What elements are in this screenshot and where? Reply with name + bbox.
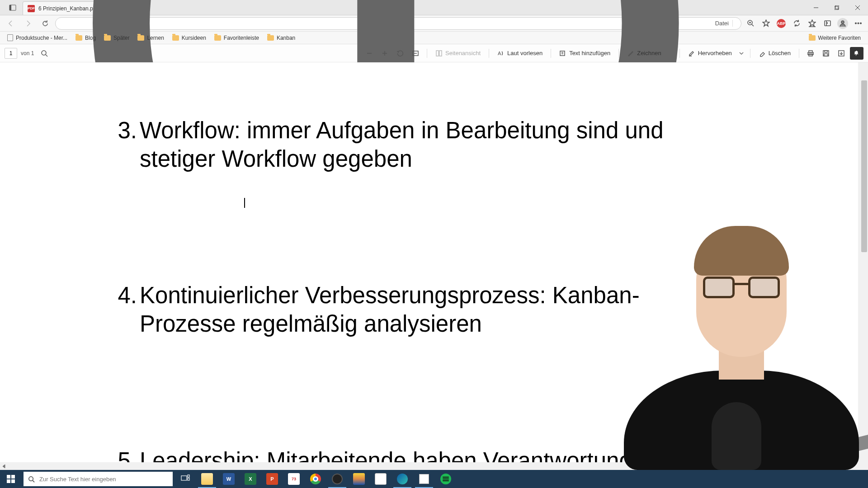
taskbar: Zur Suche Text hier eingeben W X P 73 [0, 470, 868, 488]
list-number: 4. [112, 282, 139, 338]
pin-toolbar-button[interactable] [850, 47, 863, 60]
draw-dropdown[interactable] [667, 51, 675, 56]
refresh-extension-icon[interactable] [790, 17, 803, 30]
nav-forward-button[interactable] [21, 17, 35, 30]
list-number: 3. [112, 117, 139, 173]
svg-rect-1 [9, 5, 11, 10]
page-count-label: von 1 [19, 50, 36, 56]
address-bar-row: Datei J:/Meine%20Kurse/Projektmanagement… [0, 15, 868, 32]
nav-refresh-button[interactable] [38, 17, 52, 30]
bookmark-item[interactable]: Produktsuche - Mer... [4, 33, 71, 42]
window-close-button[interactable] [847, 0, 868, 15]
page-view-label: Seitenansicht [445, 50, 481, 56]
nav-back-button[interactable] [4, 17, 18, 30]
highlight-dropdown[interactable] [737, 51, 745, 56]
svg-point-22 [855, 23, 856, 24]
bookmark-label: Favoritenleiste [224, 35, 259, 41]
task-view-button[interactable] [175, 470, 196, 488]
folder-icon [75, 35, 82, 41]
svg-point-21 [841, 21, 844, 23]
find-button[interactable] [38, 47, 51, 60]
draw-button[interactable]: Zeichnen [623, 47, 665, 60]
bookmark-item[interactable]: Kanban [264, 33, 299, 42]
highlight-label: Hervorheben [698, 50, 732, 56]
start-button[interactable] [0, 470, 22, 488]
bookmark-label: Blog [85, 35, 96, 41]
svg-line-11 [752, 24, 754, 26]
text-cursor [244, 198, 245, 208]
bookmark-label: Kursideen [182, 35, 206, 41]
list-text: Kontinuierlicher Verbesserungsprozess: K… [139, 282, 708, 338]
svg-marker-46 [3, 465, 5, 468]
svg-point-23 [858, 23, 859, 24]
bookmark-item[interactable]: Kursideen [169, 33, 210, 42]
taskbar-app-generic-1[interactable] [348, 470, 370, 488]
save-button[interactable] [819, 47, 833, 60]
window-controls [806, 0, 868, 15]
erase-button[interactable]: Löschen [755, 47, 794, 60]
rotate-button[interactable] [393, 47, 407, 60]
svg-line-48 [33, 480, 34, 482]
svg-rect-4 [835, 5, 839, 9]
bookmark-item[interactable]: Favoritenleiste [211, 33, 263, 42]
taskbar-app-chrome[interactable] [305, 470, 326, 488]
horizontal-scrollbar[interactable] [0, 462, 860, 470]
tab-actions-button[interactable] [3, 0, 23, 15]
svg-rect-51 [188, 478, 189, 480]
scrollbar-thumb[interactable] [861, 80, 867, 252]
pdf-viewport[interactable]: 3. Workflow: immer Aufgaben in Bearbeitu… [0, 62, 868, 470]
profile-avatar[interactable] [836, 17, 849, 30]
taskbar-app-powerpoint[interactable]: P [261, 470, 283, 488]
taskbar-search[interactable]: Zur Suche Text hier eingeben [24, 472, 173, 486]
taskbar-app-obs[interactable] [326, 470, 348, 488]
list-item: 3. Workflow: immer Aufgaben in Bearbeitu… [112, 117, 708, 173]
window-maximize-button[interactable] [826, 0, 847, 15]
scroll-left-arrow[interactable] [0, 462, 8, 470]
document-content: 3. Workflow: immer Aufgaben in Bearbeitu… [112, 117, 708, 470]
bookmark-item[interactable]: Blog [72, 33, 99, 42]
bookmark-item[interactable]: Später [100, 33, 133, 42]
folder-icon [214, 35, 221, 41]
url-scheme-label: Datei [715, 20, 733, 27]
taskbar-app-excel[interactable]: X [240, 470, 261, 488]
read-aloud-button[interactable]: ALaut vorlesen [494, 47, 546, 60]
favorites-icon[interactable] [806, 17, 818, 30]
page-number-input[interactable] [5, 48, 17, 59]
page-view-button[interactable]: Seitenansicht [432, 47, 484, 60]
taskbar-app-explorer[interactable] [196, 470, 218, 488]
bookmark-item[interactable]: Lernen [134, 33, 167, 42]
taskbar-app-calendar[interactable]: 73 [283, 470, 305, 488]
taskbar-app-notepad[interactable] [413, 470, 435, 488]
bookmarks-overflow[interactable]: Weitere Favoriten [805, 33, 864, 42]
url-field[interactable]: Datei J:/Meine%20Kurse/Projektmanagement… [55, 17, 741, 30]
zoom-out-button[interactable] [363, 47, 376, 60]
folder-icon [267, 35, 274, 41]
pdf-icon: PDF [28, 5, 35, 12]
zoom-indicator-icon[interactable] [744, 17, 757, 30]
add-text-button[interactable]: Text hinzufügen [556, 47, 614, 60]
favorite-star-icon[interactable] [760, 17, 772, 30]
bookmark-label: Weitere Favoriten [818, 35, 861, 41]
taskbar-app-spotify[interactable] [435, 470, 457, 488]
highlight-button[interactable]: Hervorheben [684, 47, 736, 60]
adblock-icon[interactable]: ABP [775, 17, 788, 30]
window-minimize-button[interactable] [806, 0, 826, 15]
svg-rect-33 [439, 51, 442, 56]
svg-rect-44 [824, 54, 828, 56]
read-aloud-label: Laut vorlesen [507, 50, 542, 56]
folder-icon [172, 35, 179, 41]
search-placeholder: Zur Suche Text hier eingeben [39, 476, 116, 483]
vertical-scrollbar[interactable] [860, 62, 868, 470]
zoom-in-button[interactable] [378, 47, 392, 60]
taskbar-app-generic-2[interactable] [370, 470, 392, 488]
save-as-button[interactable] [835, 47, 848, 60]
bookmark-label: Später [113, 35, 129, 41]
fit-page-button[interactable] [409, 47, 422, 60]
search-icon [28, 476, 35, 483]
taskbar-app-edge[interactable] [392, 470, 413, 488]
settings-menu-button[interactable] [852, 17, 864, 30]
taskbar-app-word[interactable]: W [218, 470, 240, 488]
collections-icon[interactable] [821, 17, 834, 30]
print-button[interactable] [804, 47, 817, 60]
svg-marker-14 [763, 20, 769, 26]
